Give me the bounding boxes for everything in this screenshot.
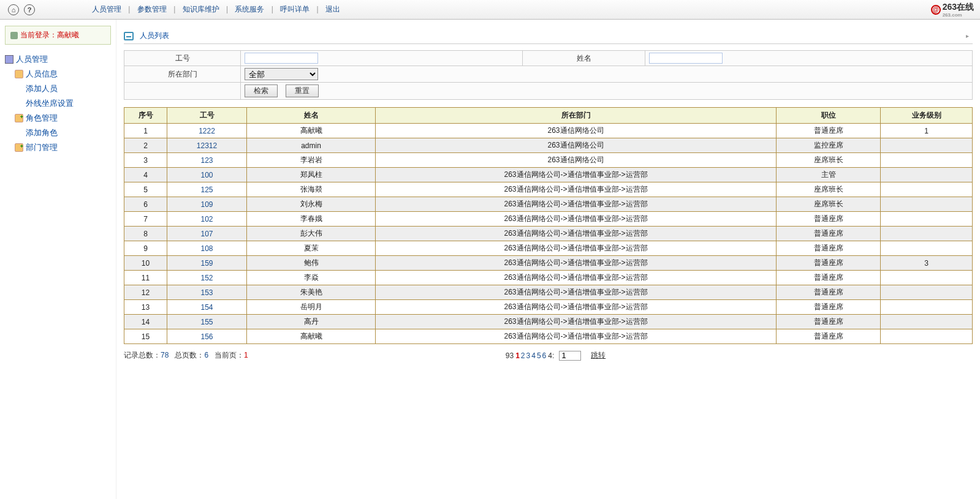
table-row[interactable]: 3123李岩岩263通信网络公司座席班长 [124,153,973,168]
nav-personnel[interactable]: 人员管理 [87,5,126,13]
tree-node[interactable]: 添加人员 [5,81,111,96]
table-cell: 107 [167,227,247,241]
pager-page-link[interactable]: 4 [531,351,536,360]
tree-node[interactable]: 部门管理 [5,140,111,155]
table-cell: 李春娥 [247,212,376,227]
nav-params[interactable]: 参数管理 [132,5,172,13]
pager-page-link: 1 [515,351,520,360]
nav-system[interactable]: 系统服务 [230,5,269,13]
nav-call[interactable]: 呼叫详单 [275,5,314,13]
table-cell: 2 [124,138,167,153]
table-cell: 普通座席 [777,241,881,256]
table-cell: 263通信网络公司->通信增值事业部->运营部 [376,271,777,285]
search-button[interactable]: 检索 [245,84,278,97]
emp-no-input[interactable] [245,53,318,64]
pager-page-link[interactable]: 3 [526,351,531,360]
table-cell [881,300,973,315]
section-title: 人员列表 [140,31,169,41]
pager-page-link[interactable]: 6 [542,351,547,360]
table-row[interactable]: 12153朱美艳263通信网络公司->通信增值事业部->运营部普通座席 [124,285,973,300]
table-cell: 郑凤柱 [247,168,376,182]
table-cell: 13 [124,300,167,315]
col-header: 序号 [124,108,167,124]
help-icon[interactable]: ? [24,4,35,15]
name-input[interactable] [649,53,723,64]
table-row[interactable]: 5125张海燚263通信网络公司->通信增值事业部->运营部座席班长 [124,182,973,197]
dept-select[interactable]: 全部 [245,68,318,80]
table-cell: 岳明月 [247,300,376,315]
tree-node[interactable]: 人员信息 [5,67,111,81]
reset-button[interactable]: 重置 [286,84,319,97]
tree-label: 人员管理 [16,53,48,66]
dept-label: 所在部门 [124,66,241,83]
table-cell: 4 [124,168,167,182]
table-row[interactable]: 6109刘永梅263通信网络公司->通信增值事业部->运营部座席班长 [124,197,973,212]
tree-node[interactable]: 角色管理 [5,111,111,126]
table-row[interactable]: 212312admin263通信网络公司监控座席 [124,138,973,153]
table-cell: 263通信网络公司->通信增值事业部->运营部 [376,212,777,227]
table-cell: 11 [124,271,167,285]
pager-page-link[interactable]: 5 [536,351,542,360]
data-table: 序号工号姓名所在部门职位业务级别 11222高献曦263通信网络公司普通座席12… [124,107,973,344]
table-cell: 普通座席 [777,300,881,315]
col-header: 姓名 [247,108,376,124]
table-cell: 109 [167,197,247,212]
list-icon [124,32,134,40]
name-label: 姓名 [523,51,645,66]
table-cell: 3 [881,256,973,271]
table-cell: 12312 [167,138,247,153]
table-row[interactable]: 10159鲍伟263通信网络公司->通信增值事业部->运营部普通座席3 [124,256,973,271]
home-icon[interactable]: ⌂ [8,4,19,15]
table-cell: admin [247,138,376,153]
table-cell [881,227,973,241]
table-cell: 高献曦 [247,124,376,138]
table-cell: 263通信网络公司->通信增值事业部->运营部 [376,241,777,256]
table-row[interactable]: 11222高献曦263通信网络公司普通座席1 [124,124,973,138]
table-cell [881,212,973,227]
nav-logout[interactable]: 退出 [321,5,345,13]
pager-jump-button[interactable]: 跳转 [591,350,606,361]
table-cell: 154 [167,300,247,315]
table-cell: 普通座席 [777,124,881,138]
section-header: 人员列表 ▸ [124,31,973,44]
table-cell: 普通座席 [777,271,881,285]
table-cell: 10 [124,256,167,271]
table-cell: 156 [167,329,247,344]
table-cell: 监控座席 [777,138,881,153]
top-bar-left: ⌂ ? 人员管理 | 参数管理 | 知识库维护 | 系统服务 | 呼叫详单 | … [6,4,345,15]
collapse-arrow-icon[interactable]: ▸ [966,32,969,39]
table-cell [881,182,973,197]
pager-page-input[interactable] [559,351,581,361]
table-cell: 李岩岩 [247,153,376,168]
folder2-icon [15,143,23,152]
logo: @ 263在线 263.com [931,2,974,18]
emp-no-label: 工号 [124,51,241,66]
tree-node[interactable]: 外线坐席设置 [5,96,111,111]
tree-node[interactable]: 添加角色 [5,126,111,140]
table-cell: 1 [881,124,973,138]
nav-knowledge[interactable]: 知识库维护 [178,5,224,13]
top-nav: 人员管理 | 参数管理 | 知识库维护 | 系统服务 | 呼叫详单 | 退出 [87,4,345,15]
tree-node[interactable]: 人员管理 [5,52,111,67]
table-cell: 12 [124,285,167,300]
table-cell: 刘永梅 [247,197,376,212]
table-row[interactable]: 11152李焱263通信网络公司->通信增值事业部->运营部普通座席 [124,271,973,285]
table-cell: 153 [167,285,247,300]
table-cell: 普通座席 [777,256,881,271]
table-cell: 152 [167,271,247,285]
table-cell: 高献曦 [247,329,376,344]
table-row[interactable]: 4100郑凤柱263通信网络公司->通信增值事业部->运营部主管 [124,168,973,182]
table-row[interactable]: 13154岳明月263通信网络公司->通信增值事业部->运营部普通座席 [124,300,973,315]
table-row[interactable]: 15156高献曦263通信网络公司->通信增值事业部->运营部普通座席 [124,329,973,344]
table-cell [881,285,973,300]
table-cell: 主管 [777,168,881,182]
table-cell: 100 [167,168,247,182]
table-row[interactable]: 8107彭大伟263通信网络公司->通信增值事业部->运营部普通座席 [124,227,973,241]
root-icon [5,55,13,64]
table-row[interactable]: 14155高丹263通信网络公司->通信增值事业部->运营部普通座席 [124,315,973,329]
table-cell: 14 [124,315,167,329]
table-row[interactable]: 9108夏茉263通信网络公司->通信增值事业部->运营部普通座席 [124,241,973,256]
table-cell: 8 [124,227,167,241]
pager-page-link[interactable]: 2 [520,351,526,360]
table-row[interactable]: 7102李春娥263通信网络公司->通信增值事业部->运营部普通座席 [124,212,973,227]
